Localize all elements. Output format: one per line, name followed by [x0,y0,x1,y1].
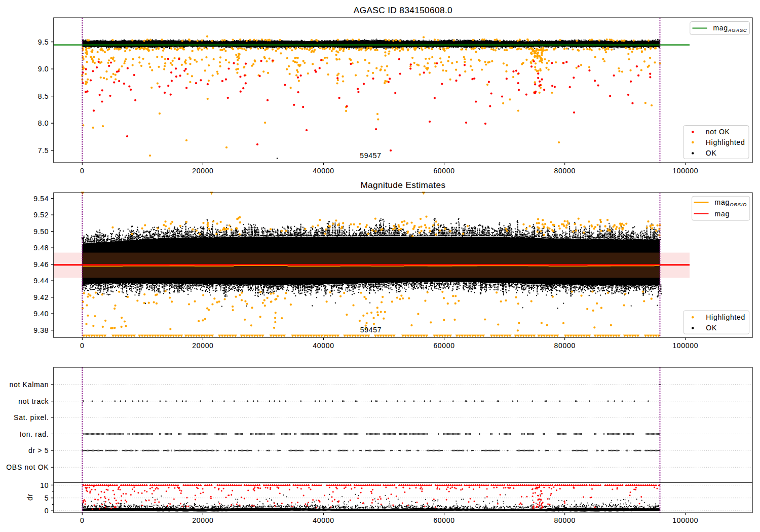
svg-text:9.52: 9.52 [33,211,49,219]
svg-text:dr > 5: dr > 5 [28,446,49,454]
svg-text:AGASC ID 834150608.0: AGASC ID 834150608.0 [354,5,452,15]
svg-text:59457: 59457 [360,151,381,160]
svg-text:0: 0 [80,341,85,350]
svg-text:Sat. pixel.: Sat. pixel. [14,413,49,422]
svg-text:Magnitude Estimates: Magnitude Estimates [360,180,445,190]
svg-text:9.38: 9.38 [33,326,49,334]
svg-text:mag: mag [715,210,730,218]
svg-text:0: 0 [45,507,49,515]
svg-text:9.5: 9.5 [38,38,49,46]
svg-text:9.42: 9.42 [33,293,49,301]
svg-text:9.46: 9.46 [33,260,49,269]
svg-text:40000: 40000 [313,341,334,350]
svg-text:9.54: 9.54 [33,195,49,203]
svg-text:Highlighted: Highlighted [706,313,745,321]
svg-text:0: 0 [80,167,85,175]
svg-text:Highlighted: Highlighted [706,138,745,146]
svg-text:8.0: 8.0 [38,119,49,127]
svg-text:10: 10 [40,481,49,489]
svg-text:80000: 80000 [554,167,575,175]
svg-text:Ion. rad.: Ion. rad. [20,430,49,438]
svg-text:20000: 20000 [192,516,213,524]
svg-text:9.40: 9.40 [33,310,49,318]
svg-text:OK: OK [706,324,717,332]
svg-text:20000: 20000 [192,341,213,350]
svg-text:0: 0 [80,516,85,524]
svg-text:9.50: 9.50 [33,227,49,236]
svg-text:7.5: 7.5 [38,146,49,155]
svg-text:40000: 40000 [313,516,334,524]
svg-text:100000: 100000 [672,341,698,350]
svg-text:80000: 80000 [554,341,575,350]
svg-text:59457: 59457 [360,326,382,334]
svg-text:9.44: 9.44 [33,277,49,285]
svg-text:OK: OK [706,149,717,157]
svg-text:60000: 60000 [433,167,454,175]
svg-text:not track: not track [18,397,49,405]
svg-text:100000: 100000 [672,167,698,175]
svg-text:8.5: 8.5 [38,92,49,100]
svg-text:OBS not OK: OBS not OK [6,463,49,471]
svg-text:5: 5 [45,494,49,502]
svg-text:9.0: 9.0 [38,65,49,73]
svg-text:dr: dr [26,493,34,501]
svg-text:60000: 60000 [433,516,454,524]
svg-text:80000: 80000 [554,516,575,524]
svg-text:20000: 20000 [192,167,213,175]
svg-text:60000: 60000 [433,341,454,350]
svg-text:not Kalman: not Kalman [9,381,49,389]
svg-text:9.48: 9.48 [33,244,49,252]
svg-text:40000: 40000 [313,167,334,175]
svg-text:not OK: not OK [706,128,730,136]
svg-text:100000: 100000 [672,516,698,524]
